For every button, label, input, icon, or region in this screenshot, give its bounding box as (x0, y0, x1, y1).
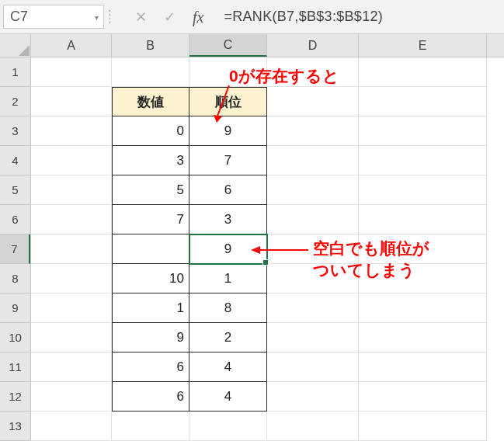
cell[interactable] (359, 175, 487, 205)
cell-value[interactable] (112, 234, 189, 264)
cell[interactable] (267, 146, 359, 175)
cell-value[interactable]: 6 (112, 352, 189, 382)
row-header-1[interactable]: 1 (0, 57, 30, 87)
col-header-c[interactable]: C (189, 34, 267, 57)
cell-rank[interactable]: 4 (189, 352, 267, 382)
row-header-6[interactable]: 6 (0, 205, 30, 234)
cell[interactable] (31, 264, 112, 293)
cell[interactable] (31, 352, 112, 382)
cell[interactable] (267, 175, 359, 205)
cell-value[interactable]: 9 (112, 323, 189, 352)
cell[interactable] (31, 382, 112, 412)
cell[interactable] (359, 205, 487, 234)
cell[interactable] (31, 175, 112, 205)
enter-icon[interactable]: ✓ (164, 10, 176, 24)
cell[interactable] (359, 116, 487, 146)
cell[interactable] (31, 146, 112, 175)
row-header-4[interactable]: 4 (0, 146, 30, 175)
cell[interactable] (189, 57, 267, 87)
col-header-a[interactable]: A (31, 34, 112, 57)
cell[interactable] (359, 264, 487, 293)
row-header-9[interactable]: 9 (0, 293, 30, 323)
cell-rank[interactable]: 3 (189, 205, 267, 234)
table-row: 5 6 (31, 175, 504, 205)
cell[interactable] (359, 293, 487, 323)
grid-row (31, 57, 504, 87)
cell[interactable] (267, 293, 359, 323)
table-row: 6 4 (31, 352, 504, 382)
cell-rank[interactable]: 4 (189, 382, 267, 412)
row-header-13[interactable]: 13 (0, 412, 30, 441)
cancel-icon[interactable]: ✕ (135, 10, 147, 24)
cell[interactable] (31, 205, 112, 234)
cell[interactable] (359, 57, 487, 87)
cell[interactable] (267, 57, 359, 87)
table-header-value[interactable]: 数値 (112, 87, 189, 116)
row-header-5[interactable]: 5 (0, 175, 30, 205)
cell-value[interactable]: 10 (112, 264, 189, 293)
cell-value[interactable]: 5 (112, 175, 189, 205)
cell[interactable] (189, 412, 267, 441)
cell[interactable] (267, 382, 359, 412)
cell-value[interactable]: 6 (112, 382, 189, 412)
cell[interactable] (112, 57, 189, 87)
row-header-12[interactable]: 12 (0, 382, 30, 412)
cell[interactable] (31, 412, 112, 441)
cell[interactable] (31, 293, 112, 323)
row-header-2[interactable]: 2 (0, 87, 30, 116)
cell[interactable] (267, 412, 359, 441)
cell-rank[interactable]: 1 (189, 264, 267, 293)
cell[interactable] (359, 412, 487, 441)
cell-value[interactable]: 0 (112, 116, 189, 146)
cell[interactable] (267, 116, 359, 146)
cell[interactable] (267, 87, 359, 116)
cell[interactable] (359, 323, 487, 352)
cell-rank[interactable]: 6 (189, 175, 267, 205)
cell[interactable] (112, 412, 189, 441)
cell-value[interactable]: 7 (112, 205, 189, 234)
name-box[interactable]: C7 ▾ (3, 5, 104, 29)
row-header-11[interactable]: 11 (0, 352, 30, 382)
cell-rank[interactable]: 7 (189, 146, 267, 175)
cell[interactable] (359, 234, 487, 264)
cell[interactable] (267, 264, 359, 293)
formula-buttons: ✕ ✓ fx (115, 0, 211, 33)
col-header-b[interactable]: B (112, 34, 189, 57)
cell-rank[interactable]: 2 (189, 323, 267, 352)
cell-rank[interactable]: 9 (189, 116, 267, 146)
formula-text: =RANK(B7,$B$3:$B$12) (224, 9, 383, 25)
cell[interactable] (359, 146, 487, 175)
cell-c7[interactable]: 9 (189, 234, 267, 264)
cell[interactable] (31, 323, 112, 352)
chevron-down-icon[interactable]: ▾ (95, 12, 99, 21)
cell-rank[interactable]: 8 (189, 293, 267, 323)
cell[interactable] (359, 87, 487, 116)
grid-row (31, 412, 504, 441)
cell[interactable] (267, 352, 359, 382)
select-all-corner[interactable] (0, 34, 31, 57)
formula-input[interactable]: =RANK(B7,$B$3:$B$12) (211, 0, 504, 33)
name-box-value: C7 (10, 9, 28, 25)
cell[interactable] (359, 382, 487, 412)
cell[interactable] (267, 234, 359, 264)
row-header-10[interactable]: 10 (0, 323, 30, 352)
cell[interactable] (267, 205, 359, 234)
col-header-e[interactable]: E (359, 34, 487, 57)
col-header-d[interactable]: D (267, 34, 359, 57)
worksheet-grid[interactable]: 数値 順位 0 9 3 7 5 6 7 3 9 (31, 57, 504, 448)
row-header-7[interactable]: 7 (0, 234, 30, 264)
fx-icon[interactable]: fx (193, 9, 203, 25)
cell[interactable] (31, 87, 112, 116)
cell-value[interactable]: 1 (112, 293, 189, 323)
row-header-3[interactable]: 3 (0, 116, 30, 146)
cell-value[interactable]: 3 (112, 146, 189, 175)
cell[interactable] (31, 234, 112, 264)
table-header-rank[interactable]: 順位 (189, 87, 267, 116)
formula-bar: C7 ▾ ✕ ✓ fx =RANK(B7,$B$3:$B$12) (0, 0, 504, 34)
cell[interactable] (31, 116, 112, 146)
table-row: 9 2 (31, 323, 504, 352)
cell[interactable] (267, 323, 359, 352)
cell[interactable] (31, 57, 112, 87)
row-header-8[interactable]: 8 (0, 264, 30, 293)
cell[interactable] (359, 352, 487, 382)
